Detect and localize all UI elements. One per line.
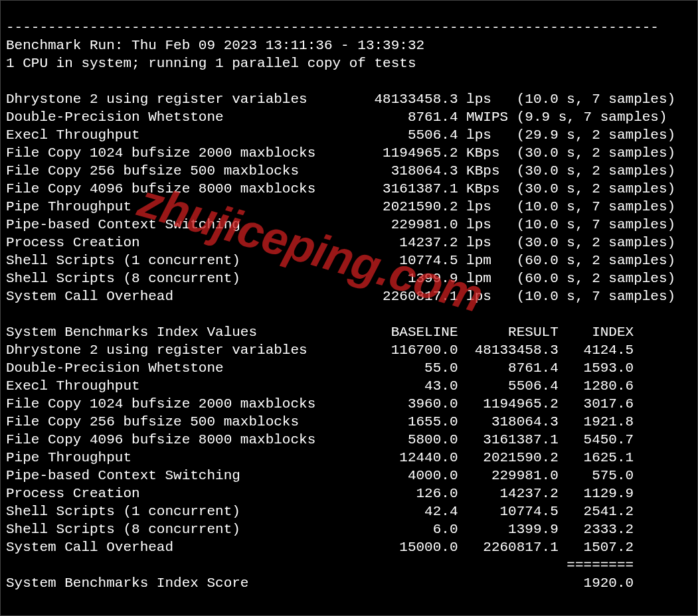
terminal-output: ----------------------------------------… [0, 0, 698, 616]
run-line: Benchmark Run: Thu Feb 09 2023 13:11:36 … [6, 38, 424, 53]
blank-line [6, 307, 15, 322]
cpu-line: 1 CPU in system; running 1 parallel copy… [6, 56, 416, 71]
test-rows: Dhrystone 2 using register variables 481… [6, 92, 675, 304]
blank-line [6, 74, 15, 89]
divider-line: ----------------------------------------… [6, 20, 659, 35]
index-header-row: System Benchmarks Index Values BASELINE … [6, 325, 634, 340]
score-row: System Benchmarks Index Score 1920.0 [6, 576, 634, 591]
index-rows: Dhrystone 2 using register variables 116… [6, 343, 634, 555]
index-separator: ======== [6, 558, 634, 573]
